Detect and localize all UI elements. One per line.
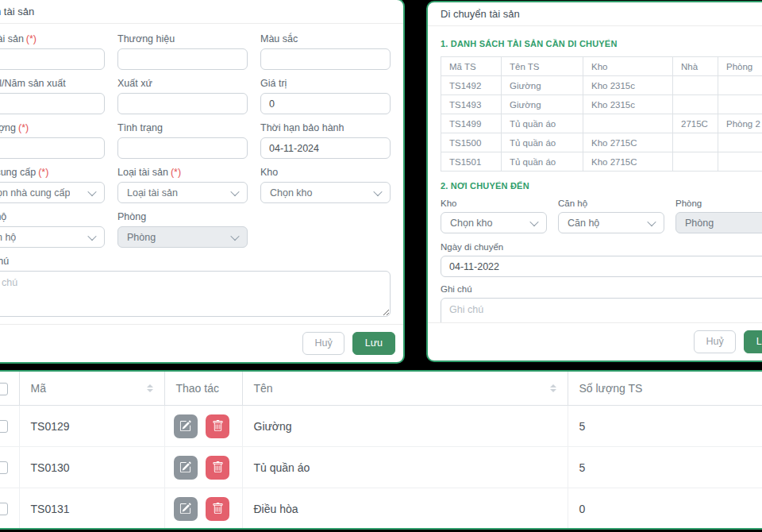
value-label: Giá trị [260,78,391,89]
cell-code: TS1499 [441,114,502,133]
assets-table: Mã Thao tác Tên Số lượng TS TS0129 [0,372,762,530]
move-asset-list-table: Mã TS Tên TS Kho Nhà Phòng TS1492 Giường… [441,56,762,172]
room-label: Phòng [117,211,248,222]
asset-type-field: Loại tài sản(*) Loại tài sản [117,167,248,203]
supplier-select[interactable]: Chọn nhà cung cấp [0,182,105,203]
move-assets-modal: Di chuyển tài sản 1. DANH SÁCH TÀI SẢN C… [426,1,762,362]
move-note-textarea[interactable] [441,298,762,322]
warranty-date-field: Thời hạn bảo hành [260,122,391,159]
brand-field: Thương hiệu [117,33,248,70]
row-checkbox[interactable] [0,420,8,433]
section-destination-heading: 2. NƠI CHUYỂN ĐẾN [441,181,762,191]
apartment-label: Căn hộ [0,211,105,222]
color-field: Màu sắc [260,33,391,70]
asset-name-label: Tên tài sản(*) [0,33,105,44]
cell-building [673,76,718,95]
condition-input[interactable] [117,137,248,159]
condition-field: Tình trạng [117,122,248,159]
origin-input[interactable] [117,93,248,114]
cell-name: Giường [502,95,583,114]
move-date-input[interactable] [441,256,762,277]
cell-room: Phòng 2 [718,114,762,133]
cancel-button[interactable]: Huỷ [694,330,735,353]
chevron-down-icon [87,231,96,240]
dest-warehouse-select[interactable]: Chọn kho [441,212,547,233]
warehouse-field: Kho Chọn kho [260,167,391,203]
required-marker: (*) [18,122,29,133]
cell-building [673,152,718,172]
col-kho: Kho [583,57,673,76]
table-row: TS0130 Tủ quần áo 5 [0,447,762,488]
warranty-date-input[interactable] [260,137,391,159]
dest-warehouse-field: Kho Chọn kho [441,199,547,233]
cell-room [718,76,762,95]
asset-name: Điều hòa [242,488,568,530]
chevron-down-icon [230,187,239,195]
section-asset-list-heading: 1. DANH SÁCH TÀI SẢN CẦN DI CHUYỂN [441,39,762,48]
cell-room [718,152,762,172]
dest-room-field: Phòng Phòng [675,199,762,233]
col-nha: Nhà [673,57,718,76]
delete-button[interactable] [206,414,229,438]
room-select[interactable]: Phòng [117,226,248,248]
value-field: Giá trị [260,78,391,114]
brand-input[interactable] [117,48,248,70]
select-all-checkbox[interactable] [0,383,8,395]
table-row: TS1499 Tủ quần áo 2715C Phòng 2 [441,114,762,133]
asset-quantity: 0 [568,488,762,530]
asset-type-select[interactable]: Loại tài sản [117,182,248,203]
col-name: Tên [242,372,568,406]
model-year-label: Model/Năm sản xuất [0,78,105,89]
asset-code[interactable]: TS0130 [19,447,164,488]
asset-name-field: Tên tài sản(*) [0,33,105,70]
asset-code[interactable]: TS0129 [19,406,164,447]
dest-apartment-select[interactable]: Căn hộ [558,212,664,233]
cancel-button[interactable]: Huỷ [302,332,344,355]
col-phong: Phòng [718,57,762,76]
required-marker: (*) [38,167,48,178]
pencil-square-icon [179,503,191,515]
edit-button[interactable] [174,497,198,521]
apartment-field: Căn hộ Căn hộ [0,211,105,248]
warranty-date-label: Thời hạn bảo hành [260,122,391,133]
apartment-select[interactable]: Căn hộ [0,226,105,248]
color-label: Màu sắc [260,33,391,44]
asset-code[interactable]: TS0131 [19,488,164,530]
brand-label: Thương hiệu [117,33,248,44]
asset-name: Giường [242,406,568,447]
save-button[interactable]: Lưu [744,330,762,353]
asset-quantity: 5 [568,406,762,447]
required-marker: (*) [171,167,181,178]
color-input[interactable] [260,48,391,70]
sort-icon[interactable] [147,384,153,392]
move-date-field: Ngày di chuyển [441,242,762,277]
sort-icon[interactable] [550,384,556,392]
note-textarea[interactable] [0,271,391,317]
value-input[interactable] [260,93,391,114]
quantity-input[interactable] [0,137,105,159]
edit-button[interactable] [174,456,198,480]
cell-warehouse: Kho 2315c [583,76,673,95]
delete-button[interactable] [206,497,229,521]
edit-button[interactable] [174,414,198,438]
cell-name: Tủ quần áo [502,133,583,152]
save-button[interactable]: Lưu [352,332,395,355]
warehouse-select[interactable]: Chọn kho [260,182,391,203]
origin-label: Xuất xứ [117,78,248,89]
dest-apartment-field: Căn hộ Căn hộ [558,199,664,233]
chevron-down-icon [87,187,96,195]
delete-button[interactable] [206,456,229,480]
cell-code: TS1500 [441,133,502,152]
quantity-label: Số lượng(*) [0,122,105,133]
cell-building: 2715C [673,114,718,133]
model-year-input[interactable] [0,93,105,114]
modal-title: Thêm tài sản [0,0,403,24]
asset-name-input[interactable] [0,48,105,70]
chevron-down-icon [230,231,239,240]
move-note-field: Ghi chú [441,284,762,322]
dest-room-select[interactable]: Phòng [675,212,762,233]
row-checkbox[interactable] [0,503,8,515]
origin-field: Xuất xứ [117,78,248,114]
row-checkbox[interactable] [0,461,8,474]
table-row: TS1493 Giường Kho 2315c [441,95,762,114]
